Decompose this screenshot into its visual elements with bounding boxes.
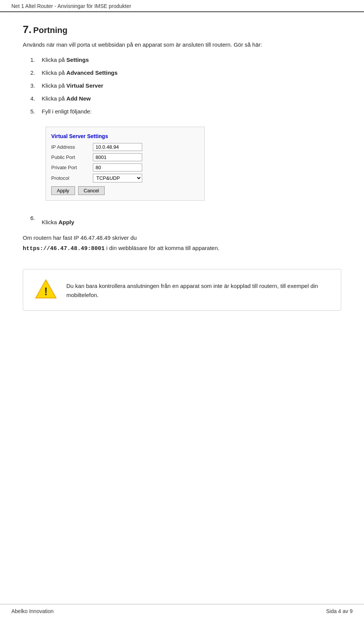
note-line2: i din webbläsare för att komma till appa… xyxy=(106,245,219,251)
step-1-num: 1. xyxy=(30,55,42,64)
section-heading: 7. Portning xyxy=(23,24,341,36)
step-6-bold: Apply xyxy=(58,219,74,225)
step-2-num: 2. xyxy=(30,68,42,77)
step-6-text: Klicka Apply xyxy=(42,217,341,227)
step-5: 5. Fyll i enligt följande: xyxy=(30,107,341,116)
step-4: 4. Klicka på Add New xyxy=(30,94,341,103)
main-content: 7. Portning Används när man vill porta u… xyxy=(0,12,364,333)
form-row-protocol: Protocol TCP&UDP TCP UDP xyxy=(51,174,197,182)
step-2-bold: Advanced Settings xyxy=(66,69,118,76)
protocol-label: Protocol xyxy=(51,175,93,181)
step-5-num: 5. xyxy=(30,107,42,116)
private-port-label: Private Port xyxy=(51,165,93,170)
step-3-num: 3. xyxy=(30,81,42,90)
form-row-public-port: Public Port xyxy=(51,153,197,161)
page-footer: Abelko Innovation Sida 4 av 9 xyxy=(0,604,364,618)
public-port-label: Public Port xyxy=(51,154,93,160)
step-3: 3. Klicka på Virtual Server xyxy=(30,81,341,90)
warning-icon: ! xyxy=(35,278,57,301)
step-6: 6. Klicka Apply xyxy=(30,214,341,227)
private-port-input[interactable] xyxy=(93,164,142,171)
footer-page-info: Sida 4 av 9 xyxy=(326,608,353,614)
step-2: 2. Klicka på Advanced Settings xyxy=(30,68,341,77)
note-line1: Om routern har fast IP 46.47.48.49 skriv… xyxy=(23,234,137,241)
section-title: Portning xyxy=(33,25,67,35)
step-6-num: 6. xyxy=(30,214,42,223)
form-buttons: Apply Cancel xyxy=(51,186,197,195)
footer-company: Abelko Innovation xyxy=(11,608,53,614)
step-1: 1. Klicka på Settings xyxy=(30,55,341,64)
step-3-bold: Virtual Server xyxy=(66,82,103,89)
header-title: Net 1 Altel Router - Anvisningar för IMS… xyxy=(11,3,131,9)
warning-text: Du kan bara kontrollera anslutningen frå… xyxy=(66,281,329,300)
section-number: 7. xyxy=(23,24,31,35)
step-3-text: Klicka på Virtual Server xyxy=(42,81,341,90)
note-url: https://46.47.48.49:8001 xyxy=(23,245,105,252)
page-header: Net 1 Altel Router - Anvisningar för IMS… xyxy=(0,0,364,12)
step-4-num: 4. xyxy=(30,94,42,103)
public-port-input[interactable] xyxy=(93,153,142,161)
cancel-button[interactable]: Cancel xyxy=(78,186,105,195)
form-row-ip: IP Address xyxy=(51,143,197,151)
form-row-private-port: Private Port xyxy=(51,164,197,171)
step-2-text: Klicka på Advanced Settings xyxy=(42,68,341,77)
step-1-text: Klicka på Settings xyxy=(42,55,341,64)
virtual-server-form: Virtual Server Settings IP Address Publi… xyxy=(46,127,205,201)
step-1-bold: Settings xyxy=(66,57,89,63)
protocol-select[interactable]: TCP&UDP TCP UDP xyxy=(93,174,142,182)
svg-text:!: ! xyxy=(44,285,48,297)
warning-box: ! Du kan bara kontrollera anslutningen f… xyxy=(23,269,341,311)
step-6-container: 6. Klicka Apply xyxy=(30,214,341,227)
step-4-bold: Add New xyxy=(66,95,91,102)
steps-list: 1. Klicka på Settings 2. Klicka på Advan… xyxy=(30,55,341,116)
step-5-text: Fyll i enligt följande: xyxy=(42,107,341,116)
section-intro: Används när man vill porta ut webbsidan … xyxy=(23,40,341,49)
step-4-text: Klicka på Add New xyxy=(42,94,341,103)
form-title: Virtual Server Settings xyxy=(51,133,197,139)
ip-note: Om routern har fast IP 46.47.48.49 skriv… xyxy=(23,233,341,254)
ip-input[interactable] xyxy=(93,143,142,151)
apply-button[interactable]: Apply xyxy=(51,186,75,195)
ip-label: IP Address xyxy=(51,144,93,150)
